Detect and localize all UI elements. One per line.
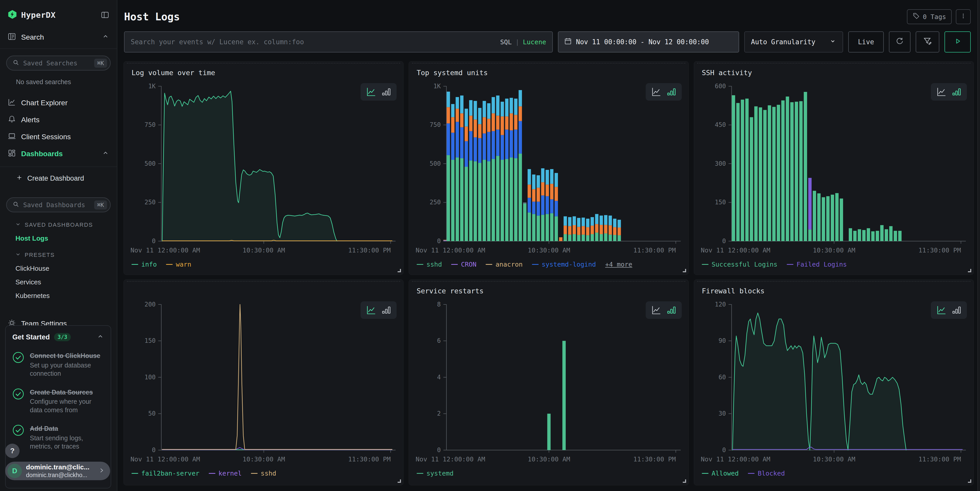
- legend-item[interactable]: warn: [166, 261, 191, 268]
- bar-chart-toggle-icon[interactable]: [382, 305, 391, 315]
- saved-dashboards-section-header[interactable]: SAVED DASHBOARDS: [15, 221, 117, 229]
- chevron-down-icon: [15, 251, 21, 259]
- svg-text:11:30:00 PM: 11:30:00 PM: [633, 246, 676, 254]
- chart-title: SSH activity: [702, 69, 974, 78]
- legend-more-link[interactable]: +4 more: [605, 261, 632, 268]
- saved-searches-input[interactable]: ⌘K: [6, 56, 111, 70]
- legend-item[interactable]: Successful Logins: [702, 261, 778, 268]
- filter-button[interactable]: [916, 32, 939, 52]
- chart-explorer-icon: [8, 98, 16, 108]
- svg-text:1K: 1K: [148, 83, 156, 90]
- live-button[interactable]: Live: [848, 32, 884, 52]
- help-button[interactable]: ?: [5, 444, 19, 458]
- legend-item[interactable]: Allowed: [702, 470, 738, 477]
- refresh-button[interactable]: [889, 32, 910, 52]
- sidebar-item-services[interactable]: Services: [16, 278, 117, 286]
- saved-searches-field[interactable]: [23, 59, 91, 67]
- dashboard-grid: Log volume over time 02505007501KNov 11 …: [124, 61, 974, 485]
- legend-item[interactable]: sshd: [251, 470, 276, 477]
- legend-item[interactable]: info: [132, 261, 157, 268]
- svg-text:1K: 1K: [433, 83, 441, 90]
- sidebar-item-clickhouse[interactable]: ClickHouse: [16, 265, 117, 273]
- event-search-input[interactable]: [131, 38, 495, 46]
- get-started-step-connect[interactable]: Connect to ClickHouse Set up your databa…: [12, 351, 104, 378]
- chart-type-toggle: [361, 301, 396, 319]
- resize-handle[interactable]: [683, 269, 686, 272]
- granularity-select[interactable]: Auto Granularity: [744, 32, 843, 52]
- lucene-mode-toggle[interactable]: Lucene: [523, 38, 546, 46]
- bar-chart-toggle-icon[interactable]: [667, 305, 676, 315]
- resize-handle[interactable]: [968, 269, 971, 272]
- chart-card-log-volume-over-time: Log volume over time 02505007501KNov 11 …: [124, 61, 404, 275]
- calendar-icon: [564, 37, 572, 46]
- sidebar-item-dashboards[interactable]: Dashboards: [0, 145, 117, 162]
- svg-text:10:30:00 AM: 10:30:00 AM: [242, 246, 285, 254]
- sidebar-item-search[interactable]: Search: [0, 30, 117, 44]
- chart-title: Firewall blocks: [702, 287, 974, 296]
- logo-row: HyperDX: [0, 0, 117, 20]
- presets-section-header[interactable]: PRESETS: [15, 251, 117, 259]
- run-query-button[interactable]: [945, 32, 971, 52]
- resize-handle[interactable]: [683, 480, 686, 483]
- tags-button[interactable]: 0 Tags: [907, 9, 952, 24]
- svg-text:150: 150: [145, 337, 156, 344]
- get-started-step-sources[interactable]: Create Data Sources Configure where your…: [12, 388, 104, 414]
- sql-mode-toggle[interactable]: SQL: [500, 38, 512, 46]
- svg-text:Nov 11 12:00:00 AM: Nov 11 12:00:00 AM: [130, 246, 200, 254]
- legend-item[interactable]: Blocked: [748, 470, 785, 477]
- svg-text:0: 0: [722, 447, 726, 454]
- svg-text:Nov 11 12:00:00 AM: Nov 11 12:00:00 AM: [415, 246, 485, 254]
- resize-handle[interactable]: [398, 480, 401, 483]
- saved-dashboards-field[interactable]: [23, 201, 91, 209]
- bar-chart-toggle-icon[interactable]: [382, 87, 391, 97]
- date-range-picker[interactable]: Nov 11 00:00:00 - Nov 12 00:00:00: [558, 32, 739, 52]
- sidebar-item-client-sessions[interactable]: Client Sessions: [0, 129, 117, 145]
- sidebar-item-alerts[interactable]: Alerts: [0, 111, 117, 129]
- svg-text:30: 30: [719, 410, 726, 417]
- sidebar-item-label: Chart Explorer: [21, 99, 68, 107]
- bar-chart-toggle-icon[interactable]: [952, 87, 961, 97]
- section-label: PRESETS: [25, 252, 55, 258]
- resize-handle[interactable]: [968, 480, 971, 483]
- sidebar-item-host-logs[interactable]: Host Logs: [16, 234, 117, 242]
- chart-type-toggle: [646, 301, 682, 319]
- sidebar-collapse-icon[interactable]: [101, 11, 109, 19]
- line-chart-toggle-icon[interactable]: [651, 305, 660, 315]
- sidebar-item-chart-explorer[interactable]: Chart Explorer: [0, 94, 117, 111]
- saved-dashboards-input[interactable]: ⌘K: [6, 197, 111, 212]
- event-search-box[interactable]: SQL | Lucene: [124, 32, 553, 52]
- line-chart-toggle-icon[interactable]: [366, 87, 375, 97]
- legend-item[interactable]: anacron: [485, 261, 522, 268]
- more-menu-button[interactable]: [956, 9, 971, 24]
- legend-item[interactable]: fail2ban-server: [132, 470, 199, 477]
- bar-chart-toggle-icon[interactable]: [952, 305, 961, 315]
- check-circle-icon: [12, 351, 24, 378]
- get-started-step-add-data[interactable]: Add Data Start sending logs, metrics, or…: [12, 424, 104, 451]
- chart-title: [132, 287, 403, 296]
- chevron-down-icon: [15, 221, 21, 229]
- line-chart-toggle-icon[interactable]: [366, 305, 375, 315]
- legend-item[interactable]: systemd: [417, 470, 453, 477]
- line-chart-toggle-icon[interactable]: [937, 87, 946, 97]
- legend-swatch: [451, 264, 458, 265]
- step-desc: Start sending logs, metrics, or traces: [30, 434, 104, 451]
- legend-item[interactable]: CRON: [451, 261, 476, 268]
- svg-text:750: 750: [430, 121, 441, 129]
- bar-chart-toggle-icon[interactable]: [667, 87, 676, 97]
- legend-item[interactable]: Failed Logins: [787, 261, 847, 268]
- legend-item[interactable]: systemd-logind: [532, 261, 596, 268]
- legend-label: warn: [176, 261, 191, 268]
- tag-icon: [913, 12, 920, 21]
- line-chart-toggle-icon[interactable]: [651, 87, 660, 97]
- scrollbar[interactable]: [977, 0, 980, 491]
- svg-text:500: 500: [430, 160, 441, 167]
- create-dashboard-button[interactable]: Create Dashboard: [0, 171, 117, 186]
- sidebar-item-kubernetes[interactable]: Kubernetes: [16, 292, 117, 300]
- user-menu[interactable]: D dominic.tran@clic... dominic.tran@clic…: [5, 462, 110, 480]
- legend-item[interactable]: kernel: [209, 470, 242, 477]
- line-chart-toggle-icon[interactable]: [937, 305, 946, 315]
- chart-legend: systemd: [417, 470, 689, 477]
- chevron-up-icon[interactable]: [97, 333, 104, 341]
- resize-handle[interactable]: [398, 269, 401, 272]
- legend-item[interactable]: sshd: [417, 261, 442, 268]
